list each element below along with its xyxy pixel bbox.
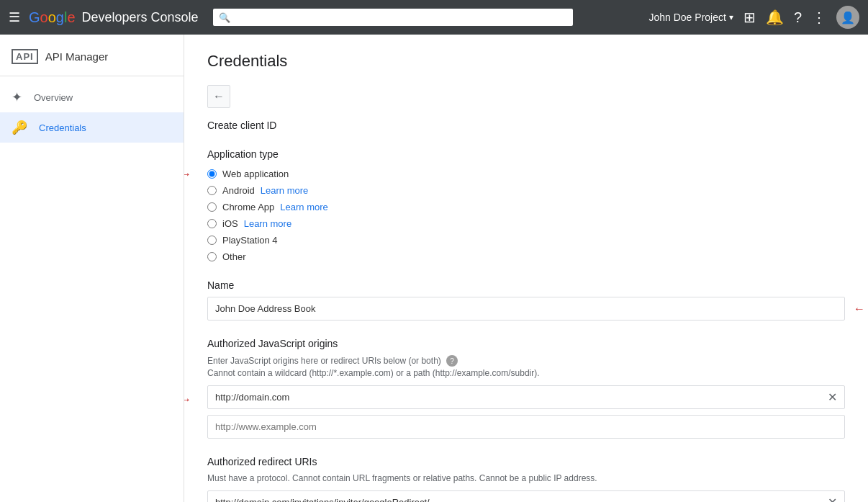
radio-input-web[interactable]: [207, 169, 217, 179]
apps-icon[interactable]: ⊞: [743, 9, 756, 26]
radio-web-application[interactable]: Web application: [207, 169, 289, 179]
radio-chrome-app[interactable]: Chrome App Learn more: [207, 202, 845, 212]
annotation-arrow-1: →: [184, 168, 191, 181]
js-origins-sub1: Enter JavaScript origins here or redirec…: [207, 355, 845, 367]
radio-label-ps4: PlayStation 4: [222, 235, 278, 246]
radio-input-ios[interactable]: [207, 219, 217, 228]
name-section: Name ← 2: [207, 279, 845, 321]
redirect-uris-section: Authorized redirect URIs Must have a pro…: [207, 456, 845, 502]
application-type-section: Application type 1 → Web application And: [207, 148, 845, 262]
project-selector[interactable]: John Doe Project ▾: [648, 12, 733, 23]
create-client-id-title: Create client ID: [207, 120, 845, 131]
help-icon[interactable]: ?: [794, 9, 802, 26]
chrome-learn-more-link[interactable]: Learn more: [280, 202, 327, 212]
radio-input-android[interactable]: [207, 186, 217, 195]
sidebar-item-credentials-label: Credentials: [39, 122, 86, 133]
js-origin-empty-row: [207, 415, 845, 439]
main-content: Credentials ← Create client ID Applicati…: [184, 35, 868, 502]
js-origin-filled-row: ✕: [207, 385, 845, 409]
js-origin-input-filled[interactable]: [208, 386, 820, 408]
radio-ps4[interactable]: PlayStation 4: [207, 235, 845, 246]
js-origin-input-empty[interactable]: [208, 416, 844, 438]
name-label: Name: [207, 279, 845, 291]
radio-label-android: Android: [222, 185, 255, 196]
api-manager-label: API Manager: [45, 50, 109, 63]
name-input[interactable]: [207, 297, 845, 321]
js-origin-clear-btn[interactable]: ✕: [820, 387, 844, 407]
api-badge: API: [12, 49, 38, 64]
hamburger-icon[interactable]: ☰: [9, 9, 20, 25]
radio-label-ios: iOS: [222, 218, 238, 229]
redirect-uris-label: Authorized redirect URIs: [207, 456, 845, 467]
radio-label-web: Web application: [222, 169, 289, 179]
avatar[interactable]: 👤: [836, 6, 859, 29]
layout: API API Manager ✦ Overview 🔑 Credentials…: [0, 35, 868, 502]
project-name: John Doe Project: [648, 12, 725, 23]
notifications-icon[interactable]: 🔔: [766, 9, 784, 26]
radio-other[interactable]: Other: [207, 251, 845, 262]
google-logo: Google: [29, 9, 76, 26]
radio-group: 1 → Web application Android Learn more C: [207, 169, 845, 262]
project-dropdown-arrow: ▾: [729, 12, 733, 22]
redirect-uri-input-filled[interactable]: [208, 491, 820, 502]
js-origins-help-icon[interactable]: ?: [446, 355, 458, 367]
api-header: API API Manager: [0, 43, 184, 76]
radio-input-other[interactable]: [207, 252, 217, 261]
search-bar[interactable]: 🔍: [213, 9, 573, 26]
brand-name: Developers Console: [78, 10, 199, 25]
radio-input-ps4[interactable]: [207, 236, 217, 245]
redirect-uri-filled-row: ✕: [207, 490, 845, 502]
redirect-uris-sub: Must have a protocol. Cannot contain URL…: [207, 473, 845, 483]
overview-icon: ✦: [12, 89, 22, 105]
search-input[interactable]: [235, 12, 567, 23]
js-origins-section: Authorized JavaScript origins Enter Java…: [207, 338, 845, 439]
redirect-uri-clear-btn[interactable]: ✕: [820, 493, 844, 502]
sidebar: API API Manager ✦ Overview 🔑 Credentials: [0, 35, 184, 502]
back-button[interactable]: ←: [207, 85, 230, 108]
annotation-arrow-3: →: [184, 393, 191, 406]
sidebar-item-overview-label: Overview: [34, 92, 73, 103]
sidebar-item-credentials[interactable]: 🔑 Credentials: [0, 112, 184, 143]
radio-label-other: Other: [222, 251, 246, 262]
page-title: Credentials: [207, 52, 845, 71]
annotation-arrow-4: ←: [854, 498, 865, 502]
sidebar-item-overview[interactable]: ✦ Overview: [0, 82, 184, 112]
ios-learn-more-link[interactable]: Learn more: [244, 218, 291, 229]
annotation-arrow-2: ←: [854, 302, 865, 315]
radio-label-chrome: Chrome App: [222, 202, 274, 212]
create-client-id-section: Create client ID: [207, 120, 845, 131]
js-origins-sub2: Cannot contain a wildcard (http://*.exam…: [207, 368, 845, 378]
radio-input-chrome[interactable]: [207, 202, 217, 212]
nav-right: John Doe Project ▾ ⊞ 🔔 ? ⋮ 👤: [648, 6, 859, 29]
top-nav: ☰ Google Developers Console 🔍 John Doe P…: [0, 0, 868, 35]
radio-ios[interactable]: iOS Learn more: [207, 218, 845, 229]
js-origins-label: Authorized JavaScript origins: [207, 338, 845, 349]
application-type-label: Application type: [207, 148, 845, 160]
search-icon: 🔍: [219, 12, 230, 23]
android-learn-more-link[interactable]: Learn more: [261, 185, 308, 196]
brand: Google Developers Console: [29, 9, 199, 26]
more-icon[interactable]: ⋮: [812, 9, 826, 26]
radio-android[interactable]: Android Learn more: [207, 185, 845, 196]
credentials-icon: 🔑: [12, 120, 27, 135]
